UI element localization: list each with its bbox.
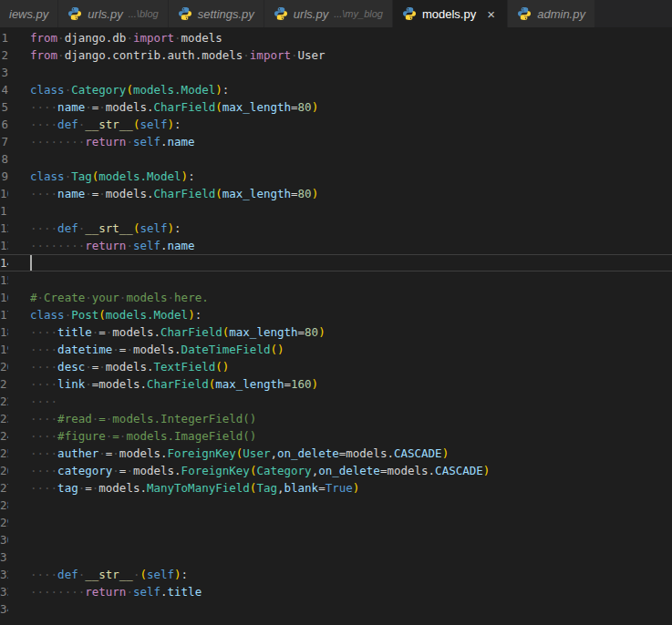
- code-line[interactable]: 19····datetime·=·models.DateTimeField(): [0, 341, 672, 358]
- line-number: 7: [0, 133, 8, 150]
- code-line[interactable]: 18····title·=·models.CharField(max_lengt…: [0, 323, 672, 341]
- line-number: 2: [0, 46, 8, 64]
- line-number: 20: [0, 358, 8, 375]
- tab-bar: iews.pyurls.py...\blogsettings.pyurls.py…: [0, 0, 672, 27]
- code-line-text: ········return·self.title: [30, 583, 672, 600]
- code-line-text: ····#figure·=·models.ImageField(): [30, 427, 672, 445]
- code-line[interactable]: 33········return·self.title: [0, 583, 672, 600]
- code-line-text: [30, 514, 672, 531]
- code-line-text: [30, 272, 672, 289]
- code-line-text: [30, 600, 672, 618]
- code-line-text: class·Post(models.Model):: [30, 306, 672, 323]
- python-icon: [517, 6, 532, 21]
- code-line-text: [30, 150, 672, 168]
- code-line[interactable]: 16#·Create·your·models·here.: [0, 289, 672, 306]
- code-line[interactable]: 10····name·=·models.CharField(max_length…: [0, 185, 672, 202]
- code-line-text: from·django.contrib.auth.models·import·U…: [30, 46, 672, 64]
- code-line-text: ····auther·=·models.ForeignKey(User,on_d…: [30, 445, 672, 462]
- tab-models.py[interactable]: models.py×: [393, 0, 508, 27]
- python-icon: [178, 6, 192, 21]
- code-line[interactable]: 7········return·self.name: [0, 133, 672, 150]
- code-line[interactable]: 6····def·__str__(self):: [0, 116, 672, 133]
- code-line-text: ····#read·=·models.IntegerField(): [30, 410, 672, 427]
- code-line-text: #·Create·your·models·here.: [30, 289, 672, 306]
- code-line[interactable]: 3: [0, 64, 672, 81]
- line-number: 29: [0, 514, 8, 531]
- code-line[interactable]: 27····tag·=·models.ManyToManyField(Tag,b…: [0, 479, 672, 497]
- tab-label: urls.py: [294, 7, 328, 21]
- line-number: 16: [0, 289, 8, 306]
- code-line[interactable]: 22····: [0, 393, 672, 410]
- python-icon: [67, 6, 82, 21]
- code-line-text: from·django.db·import·models: [30, 29, 672, 46]
- code-line[interactable]: 17class·Post(models.Model):: [0, 306, 672, 323]
- code-line[interactable]: 34: [0, 600, 672, 618]
- code-line[interactable]: 32····def·__str__·(self):: [0, 566, 672, 583]
- code-line[interactable]: 29: [0, 514, 672, 531]
- code-line[interactable]: 5····name·=·models.CharField(max_length=…: [0, 98, 672, 116]
- line-number: 22: [0, 393, 8, 410]
- code-line[interactable]: 2from·django.contrib.auth.models·import·…: [0, 46, 672, 64]
- code-line[interactable]: 30: [0, 531, 672, 548]
- code-line-text: ········return·self.name: [30, 133, 672, 150]
- python-icon: [402, 6, 417, 21]
- code-line-text: ····name·=·models.CharField(max_length=8…: [30, 185, 672, 202]
- tab-urls.py[interactable]: urls.py...\blog: [58, 0, 168, 27]
- tab-urls.py[interactable]: urls.py...\my_blog: [264, 0, 393, 27]
- code-line-text: [30, 202, 672, 220]
- code-line[interactable]: 15: [0, 272, 672, 289]
- code-line-text: ····def·__srt__(self):: [30, 220, 672, 237]
- python-icon: [274, 6, 288, 21]
- tab-settings.py[interactable]: settings.py: [169, 0, 264, 27]
- tab-label: settings.py: [198, 7, 254, 21]
- line-number: 8: [0, 150, 8, 168]
- tab-label: admin.py: [537, 7, 585, 21]
- code-line-text: [30, 531, 672, 548]
- line-number: 18: [0, 323, 8, 341]
- code-line-text: ····datetime·=·models.DateTimeField(): [30, 341, 672, 358]
- line-number: 12: [0, 220, 8, 237]
- code-line-text: ····title·=·models.CharField(max_length=…: [30, 323, 672, 341]
- line-number: 33: [0, 583, 8, 600]
- line-number: 19: [0, 341, 8, 358]
- code-line[interactable]: 21····link·=models.CharField(max_length=…: [0, 375, 672, 393]
- code-line-text: ········return·self.name: [30, 237, 672, 254]
- code-line[interactable]: 12····def·__srt__(self):: [0, 220, 672, 237]
- tab-iews.py[interactable]: iews.py: [0, 0, 58, 27]
- close-icon[interactable]: ×: [484, 7, 498, 21]
- code-line-text: class·Tag(models.Model):: [30, 168, 672, 185]
- line-number: 3: [0, 64, 8, 81]
- code-line-text: ····: [30, 393, 672, 410]
- line-number: 23: [0, 410, 8, 427]
- code-line[interactable]: 11: [0, 202, 672, 220]
- line-number: 14: [0, 254, 8, 272]
- code-line[interactable]: 24····#figure·=·models.ImageField(): [0, 427, 672, 445]
- line-number: 4: [0, 81, 8, 98]
- line-number: 21: [0, 375, 8, 393]
- code-line-text: [30, 64, 672, 81]
- code-line-text: [30, 497, 672, 514]
- line-number: 10: [0, 185, 8, 202]
- line-number: 6: [0, 116, 8, 133]
- code-line[interactable]: 31: [0, 548, 672, 566]
- tab-admin.py[interactable]: admin.py: [508, 0, 595, 27]
- code-line[interactable]: 13········return·self.name: [0, 237, 672, 254]
- code-line[interactable]: 9class·Tag(models.Model):: [0, 168, 672, 185]
- code-editor[interactable]: 1from·django.db·import·models2from·djang…: [0, 27, 672, 618]
- code-line[interactable]: 4class·Category(models.Model):: [0, 81, 672, 98]
- code-line[interactable]: 26····category·=·models.ForeignKey(Categ…: [0, 462, 672, 479]
- line-number: 34: [0, 600, 8, 618]
- code-line-text: [30, 548, 672, 566]
- line-number: 30: [0, 531, 8, 548]
- code-line[interactable]: 8: [0, 150, 672, 168]
- code-line[interactable]: 25····auther·=·models.ForeignKey(User,on…: [0, 445, 672, 462]
- line-number: 9: [0, 168, 8, 185]
- text-cursor: [30, 255, 32, 271]
- code-line[interactable]: 20····desc·=·models.TextField(): [0, 358, 672, 375]
- code-line[interactable]: 28: [0, 497, 672, 514]
- code-line[interactable]: 14: [0, 254, 672, 272]
- code-line-text: ····link·=models.CharField(max_length=16…: [30, 375, 672, 393]
- code-line[interactable]: 23····#read·=·models.IntegerField(): [0, 410, 672, 427]
- code-line[interactable]: 1from·django.db·import·models: [0, 29, 672, 46]
- tab-label: models.py: [422, 7, 476, 21]
